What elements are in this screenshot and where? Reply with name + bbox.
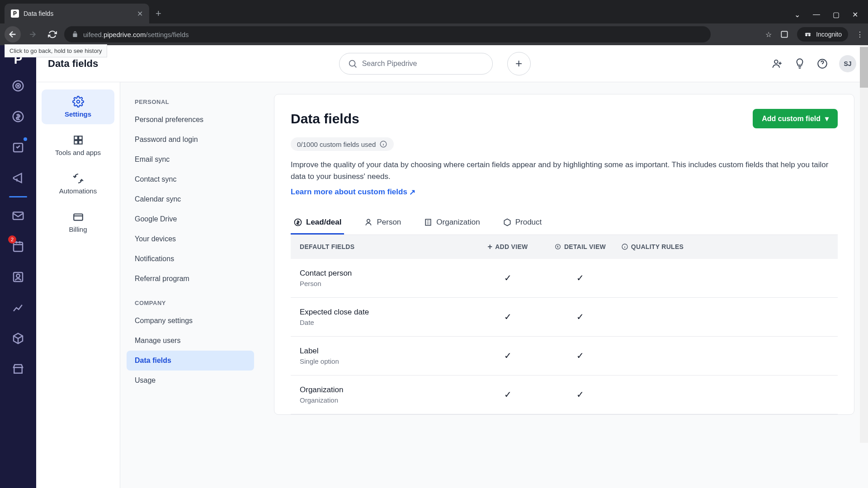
vertical-scrollbar[interactable] bbox=[860, 45, 868, 443]
maximize-icon[interactable]: ▢ bbox=[833, 10, 840, 19]
submenu-company-settings[interactable]: Company settings bbox=[127, 311, 254, 331]
rail-mail-icon[interactable] bbox=[5, 203, 31, 228]
left-rail: P 2 bbox=[0, 45, 36, 488]
field-name: Contact person bbox=[300, 269, 472, 278]
tab-person[interactable]: Person bbox=[361, 211, 404, 235]
settings-submenu: PERSONAL Personal preferences Password a… bbox=[120, 82, 260, 488]
submenu-password-login[interactable]: Password and login bbox=[127, 130, 254, 150]
field-type: Organization bbox=[300, 396, 472, 404]
submenu-referral-program[interactable]: Referral program bbox=[127, 269, 254, 289]
submenu-personal-preferences[interactable]: Personal preferences bbox=[127, 110, 254, 130]
table-row[interactable]: OrganizationOrganization ✓ ✓ bbox=[291, 375, 838, 414]
settings-nav-automations[interactable]: Automations bbox=[42, 166, 114, 201]
close-window-icon[interactable]: ✕ bbox=[852, 10, 858, 19]
content-area: Data fields Add custom field▾ 0/1000 cus… bbox=[260, 82, 868, 488]
rail-projects-icon[interactable] bbox=[5, 135, 31, 160]
browser-tab[interactable]: P Data fields ✕ bbox=[5, 4, 149, 23]
submenu-calendar-sync[interactable]: Calendar sync bbox=[127, 189, 254, 209]
table-header: DEFAULT FIELDS +ADD VIEW DETAIL VIEW QUA… bbox=[291, 235, 838, 259]
invite-icon[interactable] bbox=[771, 58, 783, 70]
submenu-manage-users[interactable]: Manage users bbox=[127, 331, 254, 351]
quick-add-button[interactable]: + bbox=[507, 52, 531, 75]
url-text: uifeed.pipedrive.com/settings/fields bbox=[83, 31, 189, 38]
assistant-icon[interactable] bbox=[794, 58, 806, 70]
new-tab-button[interactable]: + bbox=[149, 4, 168, 23]
settings-nav-settings[interactable]: Settings bbox=[42, 89, 114, 124]
back-button[interactable] bbox=[5, 26, 21, 42]
svg-point-5 bbox=[18, 85, 19, 87]
rail-insights-icon[interactable] bbox=[5, 295, 31, 320]
caret-down-icon: ▾ bbox=[825, 114, 829, 123]
help-icon[interactable] bbox=[816, 58, 828, 70]
back-tooltip: Click to go back, hold to see history bbox=[5, 44, 107, 57]
detail-view-check: ✓ bbox=[544, 311, 616, 322]
submenu-email-sync[interactable]: Email sync bbox=[127, 150, 254, 169]
tab-product[interactable]: Product bbox=[500, 211, 545, 235]
rail-deals-icon[interactable] bbox=[5, 104, 31, 129]
field-name: Organization bbox=[300, 385, 472, 394]
field-name: Label bbox=[300, 347, 472, 356]
svg-rect-20 bbox=[74, 214, 83, 221]
add-custom-field-button[interactable]: Add custom field▾ bbox=[753, 109, 838, 128]
address-bar[interactable]: uifeed.pipedrive.com/settings/fields bbox=[64, 26, 711, 42]
svg-rect-17 bbox=[79, 136, 82, 140]
col-add-view[interactable]: +ADD VIEW bbox=[472, 242, 544, 252]
search-input[interactable]: Search Pipedrive bbox=[339, 53, 493, 75]
submenu-usage[interactable]: Usage bbox=[127, 371, 254, 390]
minimize-icon[interactable]: — bbox=[813, 10, 820, 19]
col-quality-rules[interactable]: QUALITY RULES bbox=[616, 243, 689, 250]
field-name: Expected close date bbox=[300, 308, 472, 317]
svg-rect-8 bbox=[13, 212, 24, 220]
settings-nav-billing[interactable]: Billing bbox=[42, 205, 114, 239]
tab-organization[interactable]: Organization bbox=[421, 211, 482, 235]
submenu-section-personal: PERSONAL bbox=[127, 94, 254, 110]
incognito-icon bbox=[803, 30, 812, 39]
submenu-contact-sync[interactable]: Contact sync bbox=[127, 169, 254, 189]
table-row[interactable]: Contact personPerson ✓ ✓ bbox=[291, 259, 838, 298]
add-view-check: ✓ bbox=[472, 350, 544, 361]
incognito-badge[interactable]: Incognito bbox=[797, 27, 848, 42]
submenu-notifications[interactable]: Notifications bbox=[127, 249, 254, 269]
bookmark-icon[interactable]: ☆ bbox=[765, 30, 772, 39]
content-description: Improve the quality of your data by choo… bbox=[291, 159, 838, 183]
learn-more-link[interactable]: Learn more about custom fields↗ bbox=[291, 188, 415, 197]
extensions-icon[interactable] bbox=[780, 30, 789, 39]
table-row[interactable]: LabelSingle option ✓ ✓ bbox=[291, 337, 838, 375]
svg-rect-0 bbox=[782, 31, 788, 37]
add-view-check: ✓ bbox=[472, 389, 544, 400]
svg-point-11 bbox=[16, 274, 20, 278]
rail-products-icon[interactable] bbox=[5, 326, 31, 351]
app-bar: Data fields Search Pipedrive + SJ bbox=[36, 45, 868, 82]
tab-favicon: P bbox=[11, 9, 19, 18]
info-icon[interactable] bbox=[379, 140, 387, 148]
tab-close-icon[interactable]: ✕ bbox=[137, 9, 143, 18]
search-icon bbox=[348, 59, 358, 69]
settings-nav: Settings Tools and apps Automations Bill… bbox=[36, 82, 120, 488]
add-view-check: ✓ bbox=[472, 272, 544, 283]
kebab-menu-icon[interactable]: ⋮ bbox=[856, 30, 863, 39]
submenu-data-fields[interactable]: Data fields bbox=[127, 351, 254, 371]
rail-activities-icon[interactable]: 2 bbox=[5, 234, 31, 259]
reload-button[interactable] bbox=[44, 26, 61, 42]
submenu-google-drive[interactable]: Google Drive bbox=[127, 209, 254, 229]
svg-rect-18 bbox=[74, 141, 78, 144]
page-title: Data fields bbox=[48, 58, 98, 70]
tab-lead-deal[interactable]: Lead/deal bbox=[291, 211, 344, 235]
field-type: Date bbox=[300, 319, 472, 326]
submenu-your-devices[interactable]: Your devices bbox=[127, 229, 254, 249]
rail-leads-icon[interactable] bbox=[5, 73, 31, 99]
svg-rect-16 bbox=[74, 136, 78, 140]
add-view-check: ✓ bbox=[472, 311, 544, 322]
settings-nav-tools[interactable]: Tools and apps bbox=[42, 128, 114, 163]
table-row[interactable]: Expected close dateDate ✓ ✓ bbox=[291, 298, 838, 337]
chevron-down-icon[interactable]: ⌄ bbox=[794, 10, 800, 19]
col-detail-view[interactable]: DETAIL VIEW bbox=[544, 243, 616, 250]
svg-rect-24 bbox=[425, 219, 431, 225]
svg-rect-19 bbox=[79, 141, 82, 144]
rail-contacts-icon[interactable] bbox=[5, 264, 31, 290]
rail-marketplace-icon[interactable] bbox=[5, 357, 31, 382]
rail-campaigns-icon[interactable] bbox=[5, 165, 31, 191]
detail-view-check: ✓ bbox=[544, 272, 616, 283]
detail-view-check: ✓ bbox=[544, 350, 616, 361]
avatar[interactable]: SJ bbox=[839, 55, 856, 72]
